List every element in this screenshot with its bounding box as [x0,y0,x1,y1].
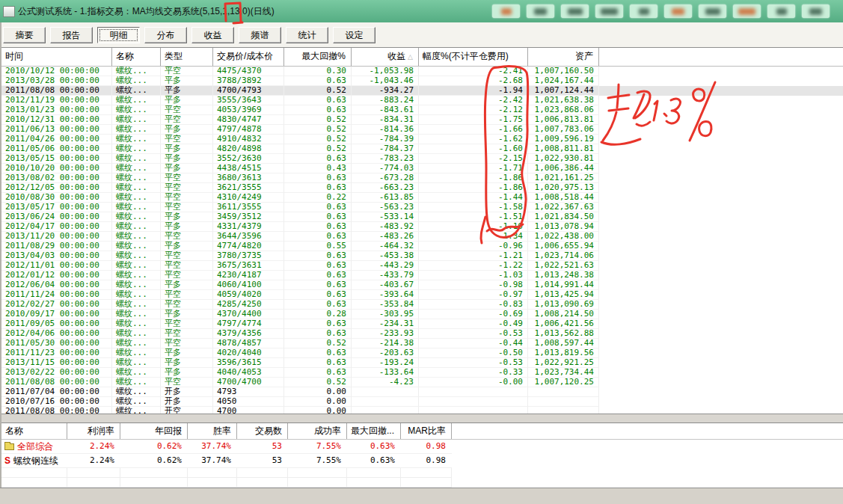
table-cell: -303.95 [352,310,419,319]
summary-row[interactable]: 全部综合2.24%0.62%37.74%537.55%0.63%0.98 [1,440,843,454]
column-header-range[interactable]: 幅度%(不计平仓费用) [419,48,528,66]
column-header-asset[interactable]: 资产 [528,48,599,66]
toolbar-button-blurred[interactable] [561,4,589,18]
toolbar-button-blurred[interactable] [527,4,554,18]
table-cell: 螺纹... [112,193,161,203]
table-row[interactable]: 2012/04/06 00:00:00螺纹...平空4379/43560.63-… [1,329,843,339]
table-cell: 平空 [161,115,213,125]
sort-ascending-icon: △ [408,53,413,61]
table-cell: -353.84 [352,300,419,310]
toolbar-button-blurred[interactable] [630,4,657,18]
table-row[interactable]: 2012/04/17 00:00:00螺纹...平多4331/43790.63-… [1,222,843,232]
table-row[interactable]: 2013/05/15 00:00:00螺纹...平多3552/36300.63-… [1,154,843,164]
table-row[interactable]: 2011/11/23 00:00:00螺纹...平多4020/40400.63-… [1,348,843,358]
toolbar-button-blurred[interactable] [664,4,692,18]
table-cell: -1.34 [419,232,528,242]
table-row[interactable]: 2012/11/01 00:00:00螺纹...平空3675/36310.63-… [1,261,843,271]
table-row[interactable]: 2013/04/03 00:00:00螺纹...平空3780/37350.63-… [1,251,843,261]
table-row[interactable]: 2012/06/04 00:00:00螺纹...平多4060/41000.63-… [1,280,843,290]
summary-row[interactable]: S螺纹钢连续2.24%0.62%37.74%537.55%0.63%0.98 [1,454,843,468]
column-header-price[interactable]: 交易价/成本价 [213,48,284,66]
table-row[interactable]: 2012/12/05 00:00:00螺纹...平空3621/35550.63-… [1,183,843,193]
table-row[interactable]: 2013/05/17 00:00:00螺纹...平空3611/35550.63-… [1,203,843,212]
tab-profit[interactable]: 收益 [191,27,234,43]
tab-summary[interactable]: 摘要 [3,27,46,43]
column-header-time[interactable]: 时间 [1,48,112,66]
table-row[interactable]: 2011/08/08 00:00:00螺纹...开空47000.00 [1,407,843,414]
table-row[interactable]: 2010/10/20 00:00:00螺纹...平多4438/45150.43-… [1,164,843,173]
table-row[interactable]: 2011/07/04 00:00:00螺纹...开多47930.00 [1,387,843,397]
table-row[interactable]: 2010/12/31 00:00:00螺纹...平空4830/47470.52-… [1,115,843,125]
table-cell: 4830/4747 [213,115,284,125]
table-cell: 0.63 [284,319,352,329]
table-row[interactable]: 2011/06/13 00:00:00螺纹...平多4797/48780.52-… [1,125,843,135]
table-cell: -0.69 [419,310,528,319]
column-header-profit[interactable]: 收益△ [352,48,419,66]
table-row[interactable]: 2011/05/06 00:00:00螺纹...平多4820/48980.52-… [1,144,843,154]
column-header-name[interactable]: 名称 [112,48,161,66]
table-row[interactable]: 2013/03/28 00:00:00螺纹...平多3788/38920.63-… [1,76,843,86]
table-cell: 平多 [161,96,213,105]
table-row[interactable]: 2013/11/15 00:00:00螺纹...平多3596/36150.63-… [1,358,843,368]
summary-header-annual-return[interactable]: 年回报 [120,423,188,439]
tab-settings[interactable]: 设定 [333,27,375,43]
splitter-bar[interactable] [0,414,843,423]
table-row[interactable]: 2012/11/19 00:00:00螺纹...平多3555/36430.63-… [1,96,843,105]
table-row[interactable]: 2013/06/24 00:00:00螺纹...平多3459/35120.63-… [1,212,843,222]
tab-stats[interactable]: 统计 [286,27,328,43]
table-row[interactable]: 2013/01/23 00:00:00螺纹...平空4053/39690.63-… [1,105,843,115]
table-cell: 4438/4515 [213,164,284,173]
table-cell: 2010/12/31 00:00:00 [1,115,112,125]
table-row[interactable]: 2011/08/29 00:00:00螺纹...平多4774/48200.55-… [1,242,843,251]
table-cell [352,407,419,414]
table-row[interactable]: 2012/01/12 00:00:00螺纹...平空4230/41870.63-… [1,271,843,280]
table-cell [419,397,528,407]
summary-cell: 37.74% [188,454,237,468]
tab-detail[interactable]: 明细 [97,27,140,43]
table-row[interactable]: 2013/08/02 00:00:00螺纹...平空3680/36130.63-… [1,173,843,183]
table-row[interactable]: 2011/04/26 00:00:00螺纹...平空4910/48320.52-… [1,135,843,144]
table-cell: 2011/07/04 00:00:00 [1,387,112,397]
table-row[interactable]: 2010/07/16 00:00:00螺纹...开多40500.00 [1,397,843,407]
table-cell: 4774/4820 [213,242,284,251]
table-row[interactable]: 2013/02/22 00:00:00螺纹...平多4040/40530.63-… [1,368,843,378]
table-row[interactable]: 2010/09/17 00:00:00螺纹...平多4370/44000.28-… [1,310,843,319]
table-row[interactable]: 2011/11/24 00:00:00螺纹...平空4059/40200.63-… [1,290,843,300]
toolbar-button-blurred[interactable] [733,4,761,18]
table-row[interactable]: 2011/05/30 00:00:00螺纹...平空4878/48570.52-… [1,339,843,348]
table-cell: 3621/3555 [213,183,284,193]
table-cell: 4050 [213,397,284,407]
column-header-max-drawdown[interactable]: 最大回撤% [284,48,352,66]
tab-spectrum[interactable]: 频谱 [239,27,281,43]
table-row[interactable]: 2011/08/08 00:00:00螺纹...平多4700/47930.52-… [1,86,843,96]
tab-distribution[interactable]: 分布 [144,27,187,43]
table-cell: -2.15 [419,154,528,164]
toolbar-button-blurred[interactable] [699,4,726,18]
toolbar-button-blurred[interactable] [492,4,520,18]
column-header-type[interactable]: 类型 [161,48,213,66]
table-cell: 平多 [161,154,213,164]
summary-header-profit-rate[interactable]: 利润率 [67,423,120,439]
table-cell: 0.63 [284,212,352,222]
summary-header-name[interactable]: 名称 [1,423,67,439]
toolbar-button-blurred[interactable] [802,4,830,18]
summary-header-mar-ratio[interactable]: MAR比率 [401,423,452,439]
toolbar-button-blurred[interactable] [767,4,795,18]
table-cell: 平空 [161,193,213,203]
table-row[interactable]: 2010/10/12 00:00:00螺纹...平空4475/43700.30-… [1,67,843,76]
table-row[interactable]: 2010/08/30 00:00:00螺纹...平空4310/42490.22-… [1,193,843,203]
toolbar-button-blurred[interactable] [595,4,623,18]
tab-report[interactable]: 报告 [50,27,93,43]
table-row[interactable]: 2012/02/27 00:00:00螺纹...平空4285/42500.63-… [1,300,843,310]
summary-header-success-rate[interactable]: 成功率 [288,423,347,439]
table-row[interactable]: 2013/11/20 00:00:00螺纹...平空3644/35960.63-… [1,232,843,242]
table-row[interactable]: 2011/09/05 00:00:00螺纹...平空4797/47740.63-… [1,319,843,329]
table-cell: -233.93 [352,329,419,339]
table-cell: -483.92 [352,222,419,232]
summary-header-max-drawdown[interactable]: 最大回撤... [347,423,401,439]
table-cell: 4797/4774 [213,319,284,329]
summary-header-win-rate[interactable]: 胜率 [188,423,237,439]
table-cell: 开多 [161,387,213,397]
summary-header-trade-count[interactable]: 交易数 [237,423,288,439]
table-row[interactable]: 2011/08/08 00:00:00螺纹...平空4700/47000.52-… [1,378,843,387]
